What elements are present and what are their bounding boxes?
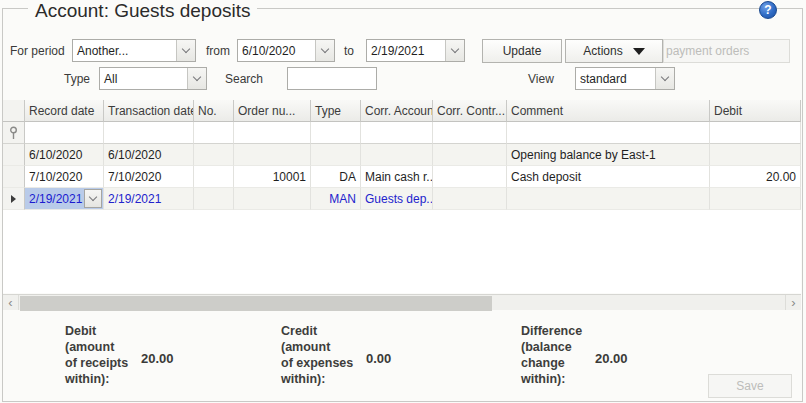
chevron-down-icon[interactable] — [445, 40, 464, 61]
search-input[interactable] — [287, 67, 377, 90]
filter-cell[interactable] — [104, 122, 194, 144]
record-date-editor-value: 2/19/2021 — [25, 188, 83, 209]
chevron-down-icon[interactable] — [176, 40, 195, 61]
filter-cell[interactable] — [311, 122, 361, 144]
payment-orders-button: payment orders — [663, 39, 790, 63]
row-indicator-cell — [3, 144, 25, 166]
cell-comment[interactable]: Cash deposit — [507, 166, 710, 188]
period-select[interactable]: Another... — [72, 39, 196, 62]
summary-difference-value: 20.00 — [595, 351, 628, 366]
cell-debit[interactable]: 20.00 — [710, 166, 801, 188]
scrollbar-thumb[interactable] — [20, 296, 492, 311]
row-indicator-cell — [3, 166, 25, 188]
summary-credit-label: Credit (amount of expenses within): — [281, 323, 353, 387]
actions-label: Actions — [583, 44, 622, 58]
summary-debit-label: Debit (amount of receipts within): — [65, 323, 128, 387]
chevron-down-icon[interactable] — [655, 68, 674, 89]
filter-cell[interactable] — [194, 122, 234, 144]
cell-comment[interactable]: Opening balance by East-1 — [507, 144, 710, 166]
cell-corr-account[interactable]: Main cash r... — [361, 166, 433, 188]
search-label: Search — [225, 72, 263, 86]
chevron-down-icon[interactable] — [315, 40, 334, 61]
cell-comment[interactable] — [507, 188, 710, 210]
horizontal-scrollbar[interactable]: ‹ › — [3, 294, 801, 310]
to-label: to — [344, 44, 354, 58]
to-date-picker[interactable]: 2/19/2021 — [366, 39, 465, 62]
cell-corr-contractor[interactable] — [433, 188, 507, 210]
scroll-right-icon[interactable]: › — [785, 295, 801, 310]
scroll-left-icon[interactable]: ‹ — [3, 295, 19, 310]
cell-order-number[interactable] — [234, 188, 311, 210]
filter-cell[interactable] — [433, 122, 507, 144]
filter-cell[interactable] — [361, 122, 433, 144]
cell-corr-contractor[interactable] — [433, 166, 507, 188]
from-label: from — [206, 44, 230, 58]
header-record-date[interactable]: Record date — [25, 100, 104, 122]
header-debit[interactable]: Debit — [710, 100, 801, 122]
row-pointer-icon — [3, 188, 25, 210]
cell-record-date[interactable]: 7/10/2020 — [25, 166, 104, 188]
cell-corr-account[interactable]: Guests dep... — [361, 188, 433, 210]
to-date-value: 2/19/2021 — [367, 40, 445, 61]
transactions-grid: Record date Transaction date No. Order n… — [3, 100, 801, 293]
cell-transaction-date[interactable]: 6/10/2020 — [104, 144, 194, 166]
cell-corr-contractor[interactable] — [433, 144, 507, 166]
summary-difference-label: Difference (balance change within): — [521, 323, 582, 387]
filter-cell[interactable] — [710, 122, 801, 144]
cell-no[interactable] — [194, 188, 234, 210]
header-type[interactable]: Type — [311, 100, 361, 122]
help-glyph: ? — [764, 3, 771, 17]
cell-type[interactable]: DA — [311, 166, 361, 188]
view-select[interactable]: standard — [575, 67, 675, 90]
actions-button[interactable]: Actions — [565, 39, 663, 63]
cell-transaction-date[interactable]: 7/10/2020 — [104, 166, 194, 188]
cell-no[interactable] — [194, 144, 234, 166]
for-period-label: For period — [10, 44, 65, 58]
table-row[interactable]: 7/10/2020 7/10/2020 10001 DA Main cash r… — [3, 166, 801, 188]
page-title: Account: Guests deposits — [28, 0, 257, 22]
cell-debit[interactable] — [710, 188, 801, 210]
grid-filter-row — [3, 122, 801, 144]
summary-credit-value: 0.00 — [366, 351, 391, 366]
cell-order-number[interactable] — [234, 144, 311, 166]
filter-cell[interactable] — [507, 122, 710, 144]
table-row[interactable]: 6/10/2020 6/10/2020 Opening balance by E… — [3, 144, 801, 166]
save-button: Save — [708, 374, 792, 398]
cell-no[interactable] — [194, 166, 234, 188]
chevron-down-icon[interactable] — [187, 68, 206, 89]
update-button[interactable]: Update — [482, 39, 562, 63]
cell-type[interactable] — [311, 144, 361, 166]
help-icon[interactable]: ? — [759, 1, 777, 19]
header-transaction-date[interactable]: Transaction date — [104, 100, 194, 122]
from-date-picker[interactable]: 6/10/2020 — [237, 39, 335, 62]
from-date-value: 6/10/2020 — [238, 40, 315, 61]
table-row-selected[interactable]: 2/19/2021 2/19/2021 MAN Guests dep... — [3, 188, 801, 210]
cell-record-date[interactable]: 6/10/2020 — [25, 144, 104, 166]
cell-debit[interactable] — [710, 144, 801, 166]
cell-corr-account[interactable] — [361, 144, 433, 166]
cell-order-number[interactable]: 10001 — [234, 166, 311, 188]
triangle-down-icon — [633, 48, 645, 55]
type-label: Type — [64, 72, 90, 86]
view-label: View — [528, 72, 554, 86]
cell-record-date-editor[interactable]: 2/19/2021 — [25, 188, 104, 210]
cell-transaction-date[interactable]: 2/19/2021 — [104, 188, 194, 210]
type-select[interactable]: All — [99, 67, 207, 90]
filter-cell[interactable] — [234, 122, 311, 144]
header-corr-account[interactable]: Corr. Account — [361, 100, 433, 122]
header-no[interactable]: No. — [194, 100, 234, 122]
filter-pin-icon — [3, 122, 25, 144]
type-value: All — [100, 68, 187, 89]
header-corr-contractor[interactable]: Corr. Contr... — [433, 100, 507, 122]
grid-header-row: Record date Transaction date No. Order n… — [3, 100, 801, 122]
chevron-down-icon[interactable] — [84, 189, 102, 208]
summary-debit-value: 20.00 — [141, 351, 174, 366]
header-indicator-cell — [3, 100, 25, 122]
period-value: Another... — [73, 40, 176, 61]
filter-cell[interactable] — [25, 122, 104, 144]
header-comment[interactable]: Comment — [507, 100, 710, 122]
cell-type[interactable]: MAN — [311, 188, 361, 210]
view-value: standard — [576, 68, 655, 89]
header-order-number[interactable]: Order nu... — [234, 100, 311, 122]
